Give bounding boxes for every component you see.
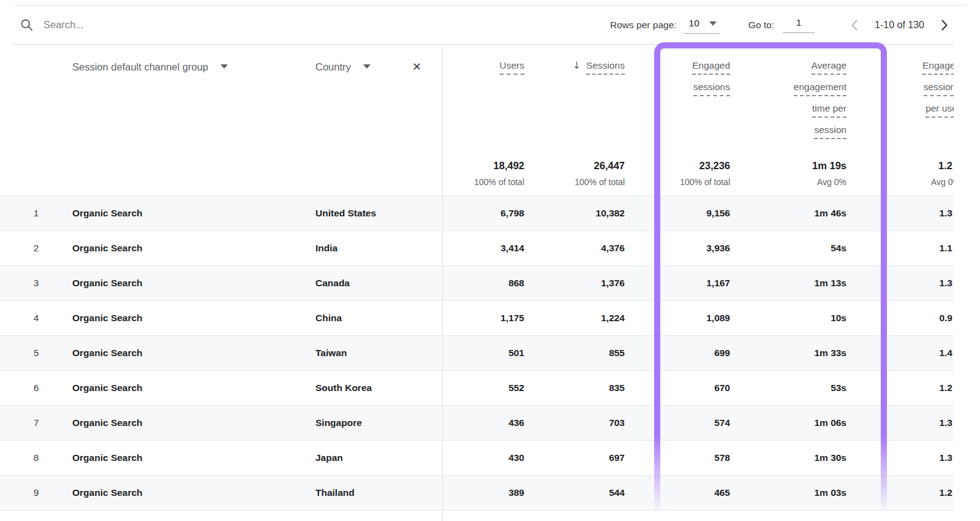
cell-sessions: 4,376 [537, 243, 637, 254]
rows-per-page-dropdown[interactable]: 10 [684, 17, 720, 34]
cell-channel: Organic Search [72, 452, 306, 463]
cell-sessions: 1,224 [537, 313, 637, 324]
caret-down-icon [709, 21, 717, 26]
cell-avg-engagement-time: 53s [745, 382, 865, 394]
next-row-edge [0, 510, 954, 521]
cell-country: Japan [306, 452, 442, 463]
cell-sessions: 835 [537, 382, 637, 394]
cell-sessions: 10,382 [537, 208, 637, 219]
cell-avg-engagement-time: 1m 33s [745, 348, 865, 359]
cell-engaged-sessions: 465 [637, 487, 745, 498]
cell-engaged-per-user: 1.3 [865, 417, 954, 428]
cell-users: 3,414 [442, 243, 537, 254]
table-row: 7 Organic Search Singapore 436 703 574 1… [0, 405, 954, 440]
cell-users: 501 [442, 348, 537, 359]
page-range: 1-10 of 130 [875, 20, 924, 31]
totals-row: 18,492 100% of total 26,447 100% of tota… [0, 160, 954, 187]
data-table: Session default channel group Country ✕ … [0, 45, 954, 521]
cell-country: Thailand [306, 487, 442, 498]
channel-group-header-dropdown[interactable]: Session default channel group [72, 45, 306, 145]
table-row: 6 Organic Search South Korea 552 835 670… [0, 370, 954, 405]
column-header-engaged-sessions[interactable]: Engaged sessions [637, 45, 745, 145]
cell-users: 389 [442, 487, 537, 498]
rows-per-page-value: 10 [689, 18, 699, 29]
table-body: 1 Organic Search United States 6,798 10,… [0, 196, 954, 521]
table-row: 2 Organic Search India 3,414 4,376 3,936… [0, 230, 954, 265]
row-index: 1 [0, 208, 72, 219]
next-page-button[interactable] [935, 17, 952, 34]
table-row: 5 Organic Search Taiwan 501 855 699 1m 3… [0, 335, 954, 370]
cell-sessions: 855 [537, 348, 637, 359]
cell-avg-engagement-time: 1m 03s [745, 487, 865, 498]
cell-avg-engagement-time: 1m 30s [745, 452, 865, 463]
cell-engaged-per-user: 1.4 [865, 348, 954, 359]
table-row: 1 Organic Search United States 6,798 10,… [0, 196, 954, 230]
cell-avg-engagement-time: 1m 06s [745, 417, 865, 428]
total-sessions: 26,447 100% of total [537, 160, 637, 187]
search-input[interactable] [43, 19, 288, 31]
total-engaged-sessions-per-user: 1.2 Avg 0% [865, 160, 954, 187]
caret-down-icon [221, 64, 228, 69]
cell-country: China [306, 313, 442, 324]
cell-users: 430 [442, 452, 537, 463]
cell-channel: Organic Search [72, 382, 306, 394]
cell-channel: Organic Search [72, 278, 306, 289]
cell-channel: Organic Search [72, 243, 306, 254]
country-header-dropdown[interactable]: Country ✕ [306, 45, 442, 145]
go-to-label: Go to: [748, 20, 774, 31]
column-header-engaged-sessions-per-user[interactable]: Engaged sessions per user [865, 45, 954, 145]
previous-page-button[interactable] [846, 17, 864, 34]
close-icon[interactable]: ✕ [412, 61, 421, 73]
cell-users: 552 [442, 382, 537, 394]
sessions-header-label: Sessions [586, 59, 625, 75]
cell-engaged-sessions: 578 [637, 452, 745, 463]
cell-avg-engagement-time: 1m 13s [745, 278, 865, 289]
cell-avg-engagement-time: 10s [745, 313, 865, 324]
analytics-table-page: Rows per page: 10 Go to: 1-10 of 130 [0, 0, 980, 521]
row-index: 9 [0, 487, 72, 498]
cell-avg-engagement-time: 54s [745, 243, 865, 254]
row-index: 5 [0, 348, 72, 359]
caret-down-icon [363, 64, 371, 69]
chevron-left-icon [848, 18, 862, 32]
table-toolbar: Rows per page: 10 Go to: 1-10 of 130 [13, 6, 954, 45]
cell-engaged-sessions: 699 [637, 348, 745, 359]
chevron-right-icon [937, 18, 951, 32]
go-to-page-input[interactable] [783, 17, 815, 33]
cell-users: 436 [442, 417, 537, 428]
cell-engaged-sessions: 3,936 [637, 243, 745, 254]
column-header-avg-engagement-time[interactable]: Average engagement time per session [745, 45, 865, 145]
cell-engaged-per-user: 1.2 [865, 382, 954, 394]
cell-users: 6,798 [442, 208, 537, 219]
cell-country: Taiwan [306, 348, 442, 359]
cell-sessions: 697 [537, 452, 637, 463]
index-column-header [0, 45, 72, 145]
pagination-controls: Rows per page: 10 Go to: 1-10 of 130 [610, 17, 954, 34]
column-header-sessions[interactable]: ↓Sessions [537, 45, 637, 145]
row-index: 3 [0, 278, 72, 289]
cell-engaged-per-user: 0.9 [865, 313, 954, 324]
column-header-users[interactable]: Users [442, 45, 537, 145]
cell-country: Canada [306, 278, 442, 289]
table-row: 3 Organic Search Canada 868 1,376 1,167 … [0, 265, 954, 300]
cell-engaged-sessions: 670 [637, 382, 745, 394]
total-users: 18,492 100% of total [442, 160, 537, 187]
total-avg-engagement-time: 1m 19s Avg 0% [745, 160, 865, 187]
row-index: 6 [0, 382, 72, 394]
cell-sessions: 1,376 [537, 278, 637, 289]
cell-country: India [306, 243, 442, 254]
cell-engaged-sessions: 1,089 [637, 313, 745, 324]
cell-users: 868 [442, 278, 537, 289]
cell-engaged-per-user: 1.3 [865, 208, 954, 219]
rows-per-page-label: Rows per page: [610, 20, 677, 31]
table-row: 9 Organic Search Thailand 389 544 465 1m… [0, 475, 954, 510]
sort-descending-icon: ↓ [573, 59, 581, 71]
cell-engaged-per-user: 1.2 [865, 487, 954, 498]
table-row: 4 Organic Search China 1,175 1,224 1,089… [0, 300, 954, 335]
channel-group-header-label: Session default channel group [72, 61, 208, 73]
row-index: 7 [0, 417, 72, 428]
cell-channel: Organic Search [72, 487, 306, 498]
table-row: 8 Organic Search Japan 430 697 578 1m 30… [0, 440, 954, 475]
search-bar [13, 18, 610, 32]
cell-country: Singapore [306, 417, 442, 428]
